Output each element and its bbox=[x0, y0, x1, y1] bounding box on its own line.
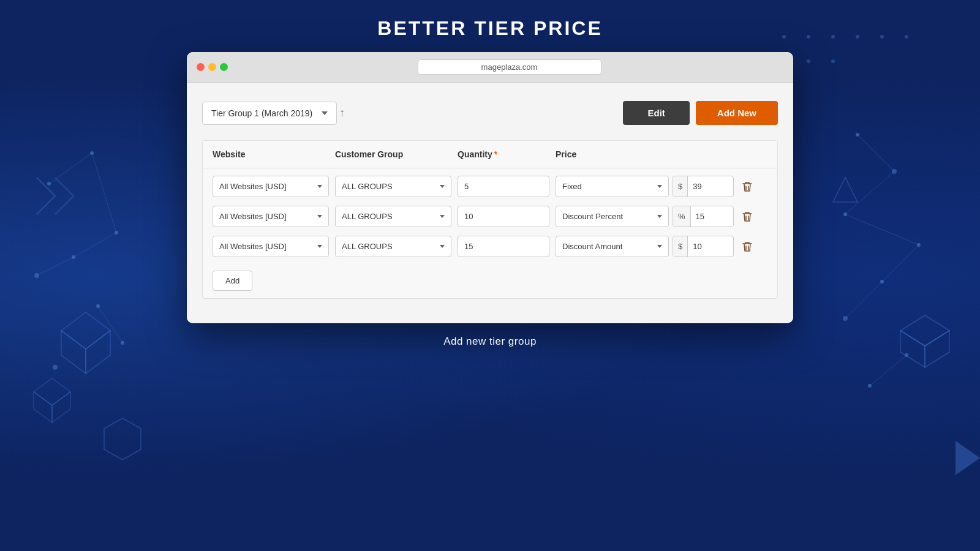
table-row: All Websites [USD] ALL GROUPS Discount A… bbox=[213, 236, 767, 257]
action-buttons: Edit Add New bbox=[623, 101, 778, 125]
quantity-required: * bbox=[494, 149, 497, 159]
price-symbol-1: $ bbox=[673, 176, 688, 197]
customer-group-value-1: ALL GROUPS bbox=[342, 182, 437, 191]
edit-button[interactable]: Edit bbox=[623, 101, 689, 125]
customer-group-select-3[interactable]: ALL GROUPS bbox=[335, 236, 451, 257]
svg-point-7 bbox=[53, 365, 58, 370]
price-type-value-3: Discount Amount bbox=[562, 242, 655, 251]
col-header-price: Price bbox=[556, 149, 767, 159]
price-type-select-3[interactable]: Discount Amount bbox=[556, 236, 669, 257]
price-symbol-3: $ bbox=[673, 236, 688, 257]
trash-icon-1 bbox=[742, 181, 752, 192]
col-header-customer-group: Customer Group bbox=[335, 149, 458, 159]
delete-row-button-3[interactable] bbox=[740, 239, 755, 255]
website-select-3[interactable]: All Websites [USD] bbox=[213, 236, 329, 257]
customer-group-value-3: ALL GROUPS bbox=[342, 242, 437, 251]
price-field-1: Fixed $ bbox=[556, 176, 767, 197]
price-value-input-2[interactable] bbox=[691, 206, 728, 227]
delete-row-button-2[interactable] bbox=[740, 209, 755, 225]
delete-row-button-1[interactable] bbox=[740, 179, 755, 195]
svg-marker-19 bbox=[104, 418, 141, 460]
svg-point-2 bbox=[115, 231, 118, 234]
svg-line-9 bbox=[92, 153, 116, 233]
website-select-1[interactable]: All Websites [USD] bbox=[213, 176, 329, 197]
add-new-button[interactable]: Add New bbox=[696, 101, 778, 125]
price-value-input-3[interactable] bbox=[688, 236, 725, 257]
table-header: Website Customer Group Quantity* Price bbox=[203, 141, 777, 168]
svg-point-27 bbox=[868, 384, 872, 388]
svg-line-10 bbox=[74, 233, 116, 257]
cursor-indicator: ↑ bbox=[339, 107, 345, 119]
price-type-arrow-3 bbox=[657, 245, 662, 248]
svg-point-22 bbox=[843, 212, 847, 216]
svg-point-0 bbox=[47, 182, 51, 186]
browser-window: mageplaza.com Tier Group 1 (March 2019) … bbox=[187, 52, 793, 323]
svg-line-31 bbox=[882, 245, 919, 282]
svg-point-47 bbox=[831, 59, 835, 63]
price-type-select-1[interactable]: Fixed bbox=[556, 176, 669, 197]
browser-chrome: mageplaza.com bbox=[187, 52, 793, 83]
price-type-arrow-1 bbox=[657, 185, 662, 188]
svg-marker-18 bbox=[52, 392, 70, 422]
price-table: Website Customer Group Quantity* Price A… bbox=[202, 140, 778, 299]
svg-point-3 bbox=[72, 255, 75, 259]
svg-marker-34 bbox=[833, 178, 858, 202]
website-select-2[interactable]: All Websites [USD] bbox=[213, 206, 329, 227]
quantity-input-1[interactable] bbox=[458, 176, 549, 197]
url-bar[interactable]: mageplaza.com bbox=[418, 59, 601, 75]
trash-icon-2 bbox=[742, 211, 752, 222]
svg-line-28 bbox=[858, 135, 894, 171]
customer-group-select-2[interactable]: ALL GROUPS bbox=[335, 206, 451, 227]
svg-point-26 bbox=[905, 353, 908, 357]
svg-line-11 bbox=[37, 257, 74, 276]
add-row-wrapper: Add bbox=[213, 266, 767, 291]
price-type-arrow-2 bbox=[657, 215, 662, 218]
top-controls: Tier Group 1 (March 2019) ↑ Edit Add New bbox=[202, 101, 778, 125]
customer-group-arrow-2 bbox=[440, 215, 445, 218]
svg-point-5 bbox=[96, 304, 100, 308]
svg-point-46 bbox=[807, 59, 810, 63]
customer-group-arrow-3 bbox=[440, 245, 445, 248]
website-arrow-1 bbox=[317, 185, 322, 188]
svg-marker-38 bbox=[956, 441, 980, 475]
page-title: BETTER TIER PRICE bbox=[0, 17, 980, 40]
svg-point-23 bbox=[917, 243, 921, 247]
price-value-wrapper-2: % bbox=[673, 206, 734, 227]
col-header-website: Website bbox=[213, 149, 335, 159]
browser-minimize-dot[interactable] bbox=[208, 63, 216, 71]
customer-group-arrow-1 bbox=[440, 185, 445, 188]
quantity-input-2[interactable] bbox=[458, 206, 549, 227]
svg-point-24 bbox=[880, 280, 884, 283]
svg-line-8 bbox=[49, 153, 92, 184]
price-field-2: Discount Percent % bbox=[556, 206, 767, 227]
table-row: All Websites [USD] ALL GROUPS Discount P… bbox=[213, 206, 767, 227]
browser-content: Tier Group 1 (March 2019) ↑ Edit Add New… bbox=[187, 83, 793, 323]
tier-group-select-wrapper: Tier Group 1 (March 2019) ↑ bbox=[202, 102, 345, 125]
quantity-input-3[interactable] bbox=[458, 236, 549, 257]
price-type-value-1: Fixed bbox=[562, 182, 655, 191]
svg-line-32 bbox=[845, 282, 882, 318]
website-arrow-2 bbox=[317, 215, 322, 218]
tier-group-dropdown-arrow bbox=[322, 111, 328, 115]
add-row-button[interactable]: Add bbox=[213, 271, 252, 291]
bottom-caption-text: Add new tier group bbox=[0, 335, 980, 348]
svg-line-33 bbox=[870, 355, 907, 386]
svg-line-30 bbox=[845, 214, 919, 245]
price-type-select-2[interactable]: Discount Percent bbox=[556, 206, 669, 227]
svg-point-4 bbox=[34, 273, 39, 278]
price-value-wrapper-1: $ bbox=[673, 176, 734, 197]
price-value-input-1[interactable] bbox=[688, 176, 725, 197]
website-arrow-3 bbox=[317, 245, 322, 248]
browser-close-dot[interactable] bbox=[197, 63, 205, 71]
svg-point-1 bbox=[90, 151, 94, 155]
browser-fullscreen-dot[interactable] bbox=[220, 63, 228, 71]
col-header-quantity: Quantity* bbox=[458, 149, 556, 159]
svg-marker-17 bbox=[34, 392, 52, 422]
price-field-3: Discount Amount $ bbox=[556, 236, 767, 257]
customer-group-select-1[interactable]: ALL GROUPS bbox=[335, 176, 451, 197]
tier-group-dropdown[interactable]: Tier Group 1 (March 2019) bbox=[202, 102, 337, 125]
table-row: All Websites [USD] ALL GROUPS Fixed bbox=[213, 176, 767, 197]
trash-icon-3 bbox=[742, 241, 752, 252]
browser-dots bbox=[197, 63, 228, 71]
bottom-caption: Add new tier group bbox=[0, 323, 980, 348]
